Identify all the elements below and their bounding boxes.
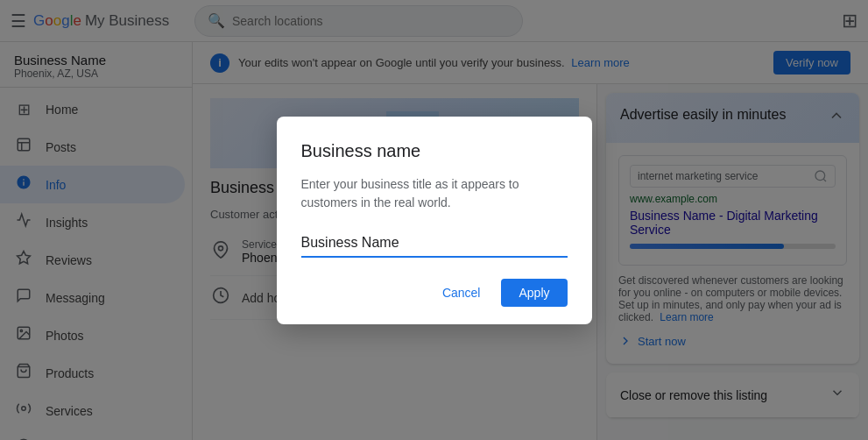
modal-overlay: Business name Enter your business title … [0, 0, 868, 440]
business-name-modal: Business name Enter your business title … [277, 117, 592, 324]
cancel-button[interactable]: Cancel [432, 279, 491, 307]
modal-description: Enter your business title as it appears … [301, 175, 568, 212]
apply-button[interactable]: Apply [501, 279, 567, 307]
modal-actions: Cancel Apply [301, 279, 568, 307]
business-name-input[interactable] [301, 230, 568, 258]
modal-title: Business name [301, 141, 568, 161]
